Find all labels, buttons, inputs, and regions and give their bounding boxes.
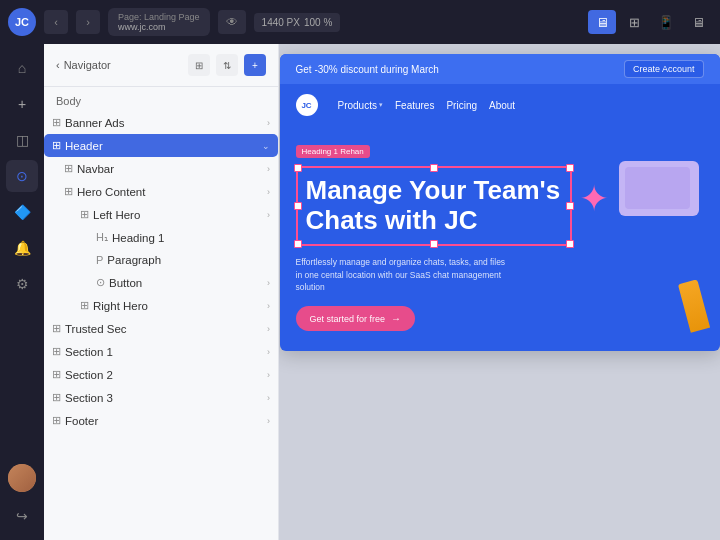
device-tablet-btn[interactable]: ⊞ [620,10,648,34]
sidebar-assets-btn[interactable]: 🔷 [6,196,38,228]
tree-chevron-footer: › [267,416,270,426]
avatar[interactable] [8,464,36,492]
tree-label-section-2: Section 2 [65,369,263,381]
navigator-grid-btn[interactable]: ⊞ [188,54,210,76]
tree-icon-section-3: ⊞ [52,391,61,404]
illustration-card-inner [625,167,690,209]
tree-chevron-section-2: › [267,370,270,380]
tree-item-navbar[interactable]: ⊞Navbar› [44,157,278,180]
resize-handle-bl[interactable] [294,240,302,248]
resize-handle-bm[interactable] [430,240,438,248]
device-desktop-btn[interactable]: 🖥 [588,10,616,34]
tree-chevron-banner-ads: › [267,118,270,128]
back-button[interactable]: ‹ [44,10,68,34]
site-navbar: JC Products ▾ Features Pricing About [280,84,720,126]
resize-handle-br[interactable] [566,240,574,248]
forward-button[interactable]: › [76,10,100,34]
illustration-card [619,161,699,216]
tree-container: ⊞Banner Ads›⊞Header⌄⊞Navbar›⊞Hero Conten… [44,111,278,432]
sidebar-add-btn[interactable]: + [6,88,38,120]
sidebar-home-btn[interactable]: ⌂ [6,52,38,84]
navigator-add-btn[interactable]: + [244,54,266,76]
nav-link-features[interactable]: Features [395,100,434,111]
page-info: Page: Landing Page www.jc.com [108,8,210,36]
tree-chevron-trusted-sec: › [267,324,270,334]
hero-right: ✦ [584,166,704,331]
promo-create-account-btn[interactable]: Create Account [624,60,704,78]
navigator-header: ‹ Navigator ⊞ ⇅ + [44,44,278,87]
tree-label-navbar: Navbar [77,163,263,175]
navigator-sort-btn[interactable]: ⇅ [216,54,238,76]
body-label: Body [44,87,278,111]
tree-item-right-hero[interactable]: ⊞Right Hero› [44,294,278,317]
tree-chevron-right-hero: › [267,301,270,311]
top-bar: JC ‹ › Page: Landing Page www.jc.com 👁 1… [0,0,720,44]
tree-chevron-section-3: › [267,393,270,403]
tree-item-trusted-sec[interactable]: ⊞Trusted Sec› [44,317,278,340]
cta-arrow-icon: → [391,313,401,324]
resolution-display: 1440 PX 100 % [254,13,341,32]
tree-item-heading-1[interactable]: H₁Heading 1 [44,226,278,249]
tree-item-section-2[interactable]: ⊞Section 2› [44,363,278,386]
tree-item-header[interactable]: ⊞Header⌄ [44,134,278,157]
tree-chevron-navbar: › [267,164,270,174]
heading-badge: Heading 1 Rehan [296,145,370,158]
tree-item-paragraph[interactable]: PParagraph [44,249,278,271]
resize-handle-tl[interactable] [294,164,302,172]
tree-icon-paragraph: P [96,254,103,266]
hero-heading: Manage Your Team's Chats with JC [306,176,562,236]
preview-icon[interactable]: 👁 [218,10,246,34]
sidebar-bell-btn[interactable]: 🔔 [6,232,38,264]
tree-label-hero-content: Hero Content [77,186,263,198]
tree-item-hero-content[interactable]: ⊞Hero Content› [44,180,278,203]
hero-subtext: Effortlessly manage and organize chats, … [296,256,506,294]
tree-chevron-left-hero: › [267,210,270,220]
sidebar-components-btn[interactable]: ⊙ [6,160,38,192]
tree-icon-heading-1: H₁ [96,231,108,244]
site-nav-links: Products ▾ Features Pricing About [338,100,516,111]
nav-link-products-label: Products [338,100,377,111]
tree-item-section-3[interactable]: ⊞Section 3› [44,386,278,409]
tree-chevron-hero-content: › [267,187,270,197]
navigator-back-btn[interactable]: ‹ Navigator [56,59,111,71]
tree-icon-footer: ⊞ [52,414,61,427]
sidebar-layers-btn[interactable]: ◫ [6,124,38,156]
tree-icon-hero-content: ⊞ [64,185,73,198]
device-tv-btn[interactable]: 🖥 [684,10,712,34]
tree-label-heading-1: Heading 1 [112,232,270,244]
sidebar-exit-btn[interactable]: ↪ [6,500,38,532]
device-switcher: 🖥 ⊞ 📱 🖥 [588,10,712,34]
resize-handle-tr[interactable] [566,164,574,172]
resize-handle-ml[interactable] [294,202,302,210]
tree-item-footer[interactable]: ⊞Footer› [44,409,278,432]
nav-link-products[interactable]: Products ▾ [338,100,383,111]
nav-link-about[interactable]: About [489,100,515,111]
resize-handle-tm[interactable] [430,164,438,172]
tree-item-banner-ads[interactable]: ⊞Banner Ads› [44,111,278,134]
app-logo: JC [8,8,36,36]
tree-icon-navbar: ⊞ [64,162,73,175]
tree-label-trusted-sec: Trusted Sec [65,323,263,335]
hero-cta-button[interactable]: Get started for free → [296,306,416,331]
tree-item-left-hero[interactable]: ⊞Left Hero› [44,203,278,226]
back-chevron-icon: ‹ [56,59,60,71]
tree-label-button: Button [109,277,263,289]
tree-icon-section-1: ⊞ [52,345,61,358]
resize-handle-mr[interactable] [566,202,574,210]
tree-icon-button: ⊙ [96,276,105,289]
sidebar-settings-btn[interactable]: ⚙ [6,268,38,300]
tree-item-button[interactable]: ⊙Button› [44,271,278,294]
device-mobile-btn[interactable]: 📱 [652,10,680,34]
hero-heading-box[interactable]: Manage Your Team's Chats with JC [296,166,572,246]
tree-item-section-1[interactable]: ⊞Section 1› [44,340,278,363]
site-logo: JC [296,94,318,116]
nav-link-pricing[interactable]: Pricing [446,100,477,111]
tree-icon-banner-ads: ⊞ [52,116,61,129]
avatar-image [8,464,36,492]
navigator-title: Navigator [64,59,111,71]
canvas-area[interactable]: Get -30% discount during March Create Ac… [279,44,720,540]
tree-icon-right-hero: ⊞ [80,299,89,312]
tree-chevron-header: ⌄ [262,141,270,151]
tree-icon-header: ⊞ [52,139,61,152]
navigator-icons: ⊞ ⇅ + [188,54,266,76]
